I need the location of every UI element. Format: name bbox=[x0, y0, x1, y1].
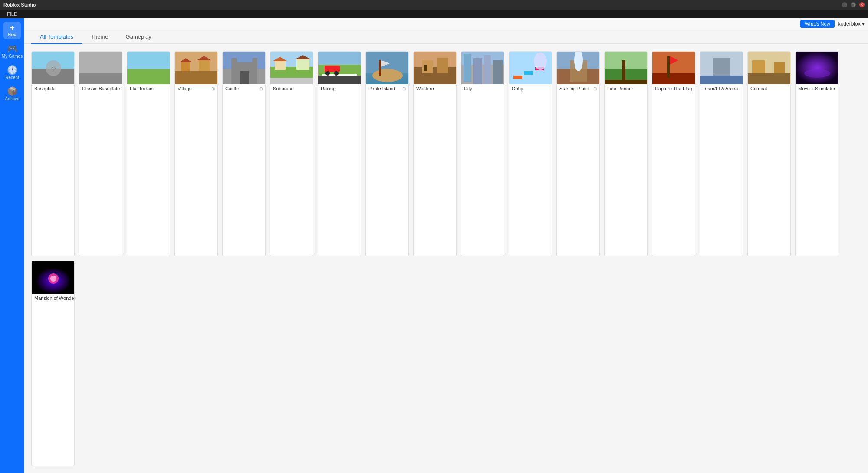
svg-rect-64 bbox=[667, 56, 670, 78]
template-card-city[interactable]: City bbox=[461, 51, 504, 256]
username-display[interactable]: koderblox ▾ bbox=[838, 21, 865, 27]
close-button[interactable]: ✕ bbox=[859, 2, 865, 7]
template-card-obby[interactable]: Obby bbox=[509, 51, 552, 256]
svg-rect-46 bbox=[473, 58, 482, 84]
template-card-pirate-island[interactable]: Pirate Island ⊞ bbox=[365, 51, 409, 256]
template-thumb-baseplate: ◇ bbox=[32, 52, 75, 84]
template-card-suburban[interactable]: Suburban bbox=[270, 51, 313, 256]
sidebar-archive-label: Archive bbox=[5, 96, 19, 101]
template-label-racing: Racing bbox=[318, 84, 361, 93]
svg-text:◇: ◇ bbox=[51, 64, 56, 71]
template-card-line-runner[interactable]: Line Runner bbox=[604, 51, 648, 256]
template-label-classic-baseplate: Classic Baseplate bbox=[79, 84, 122, 93]
template-card-team-ffa-arena[interactable]: Team/FFA Arena bbox=[700, 51, 743, 256]
maximize-button[interactable]: □ bbox=[851, 2, 856, 7]
svg-rect-17 bbox=[231, 58, 237, 67]
template-card-classic-baseplate[interactable]: Classic Baseplate bbox=[79, 51, 122, 256]
svg-rect-67 bbox=[700, 76, 743, 84]
template-label-combat: Combat bbox=[748, 84, 790, 93]
recent-icon: 🕐 bbox=[7, 66, 18, 74]
svg-rect-74 bbox=[796, 52, 838, 84]
svg-rect-60 bbox=[605, 80, 648, 84]
template-tabs: All Templates Theme Gameplay bbox=[24, 30, 868, 44]
svg-point-53 bbox=[534, 53, 547, 70]
svg-rect-18 bbox=[252, 58, 257, 67]
app-title: Roblox Studio bbox=[3, 2, 36, 7]
template-card-combat[interactable]: Combat bbox=[747, 51, 791, 256]
minimize-button[interactable]: — bbox=[842, 2, 847, 7]
content-area: What's New koderblox ▾ All Templates The… bbox=[24, 18, 868, 473]
games-icon: 🎮 bbox=[7, 44, 18, 53]
new-label: New bbox=[8, 33, 16, 37]
svg-rect-70 bbox=[748, 73, 791, 84]
sidebar-my-games-label: My Games bbox=[2, 54, 23, 59]
template-card-starting-place[interactable]: Starting Place ⊞ bbox=[556, 51, 600, 256]
svg-rect-51 bbox=[524, 71, 533, 75]
template-label-obby: Obby bbox=[509, 84, 552, 93]
svg-rect-25 bbox=[296, 59, 309, 70]
whats-new-button[interactable]: What's New bbox=[800, 20, 834, 28]
template-card-racing[interactable]: Racing bbox=[318, 51, 361, 256]
multi-icon: ⊞ bbox=[402, 86, 406, 91]
file-menu[interactable]: FILE bbox=[3, 11, 20, 16]
svg-rect-19 bbox=[240, 71, 249, 84]
tab-all-templates[interactable]: All Templates bbox=[31, 30, 82, 44]
template-thumb-classic-baseplate bbox=[79, 52, 122, 84]
template-card-flat-terrain[interactable]: Flat Terrain bbox=[127, 51, 170, 256]
template-label-baseplate: Baseplate bbox=[32, 84, 74, 93]
template-label-move-it-simulator: Move It Simulator bbox=[796, 84, 838, 93]
sidebar-item-recent[interactable]: 🕐 Recent bbox=[0, 62, 24, 83]
sidebar-item-archive[interactable]: 📦 Archive bbox=[0, 83, 24, 105]
svg-point-35 bbox=[372, 69, 403, 82]
template-label-suburban: Suburban bbox=[270, 84, 313, 93]
tab-gameplay[interactable]: Gameplay bbox=[117, 30, 160, 44]
template-label-capture-the-flag: Capture The Flag bbox=[652, 84, 695, 93]
svg-rect-41 bbox=[437, 58, 448, 73]
template-label-mansion-of-wonder: Mansion of Wonder bbox=[32, 294, 74, 303]
svg-rect-47 bbox=[484, 55, 491, 84]
svg-point-79 bbox=[50, 276, 56, 282]
template-card-western[interactable]: Western bbox=[413, 51, 457, 256]
template-thumb-capture-the-flag bbox=[652, 52, 695, 84]
sidebar-recent-label: Recent bbox=[5, 75, 19, 80]
template-card-capture-the-flag[interactable]: Capture The Flag bbox=[652, 51, 695, 256]
multi-icon: ⊞ bbox=[211, 86, 215, 91]
svg-rect-23 bbox=[275, 61, 286, 70]
sidebar: + New 🎮 My Games 🕐 Recent 📦 Archive bbox=[0, 18, 24, 473]
template-thumb-line-runner bbox=[605, 52, 648, 84]
new-button[interactable]: + New bbox=[3, 22, 21, 39]
svg-point-33 bbox=[334, 71, 339, 76]
svg-rect-12 bbox=[199, 60, 210, 71]
template-thumb-pirate-island bbox=[366, 52, 409, 84]
svg-rect-72 bbox=[774, 62, 785, 73]
template-card-village[interactable]: Village ⊞ bbox=[174, 51, 218, 256]
template-label-western: Western bbox=[414, 84, 456, 93]
menu-bar: FILE bbox=[0, 10, 868, 18]
template-card-baseplate[interactable]: ◇ Baseplate bbox=[31, 51, 75, 256]
archive-icon: 📦 bbox=[7, 87, 18, 95]
template-label-village: Village ⊞ bbox=[175, 84, 217, 93]
svg-rect-10 bbox=[181, 62, 190, 71]
tab-theme[interactable]: Theme bbox=[82, 30, 117, 44]
sidebar-item-my-games[interactable]: 🎮 My Games bbox=[0, 41, 24, 62]
template-thumb-village bbox=[175, 52, 218, 84]
template-thumb-obby bbox=[509, 52, 552, 84]
template-thumb-starting-place bbox=[557, 52, 600, 84]
svg-rect-71 bbox=[752, 60, 765, 73]
template-card-mansion-of-wonder[interactable]: Mansion of Wonder bbox=[31, 261, 75, 466]
svg-rect-45 bbox=[464, 54, 471, 82]
template-card-move-it-simulator[interactable]: Move It Simulator bbox=[795, 51, 838, 256]
template-thumb-suburban bbox=[270, 52, 313, 84]
title-bar: Roblox Studio — □ ✕ bbox=[0, 0, 868, 10]
svg-rect-50 bbox=[513, 76, 522, 79]
svg-rect-6 bbox=[127, 52, 170, 69]
template-card-castle[interactable]: Castle ⊞ bbox=[222, 51, 266, 256]
template-thumb-team-ffa-arena bbox=[700, 52, 743, 84]
template-grid: ◇ Baseplate Classic Baseplate Flat Terra… bbox=[24, 44, 868, 473]
template-label-team-ffa-arena: Team/FFA Arena bbox=[700, 84, 743, 93]
svg-rect-63 bbox=[652, 73, 695, 84]
svg-rect-9 bbox=[175, 71, 218, 84]
svg-rect-27 bbox=[318, 52, 361, 65]
multi-icon: ⊞ bbox=[593, 86, 597, 91]
template-thumb-racing bbox=[318, 52, 361, 84]
